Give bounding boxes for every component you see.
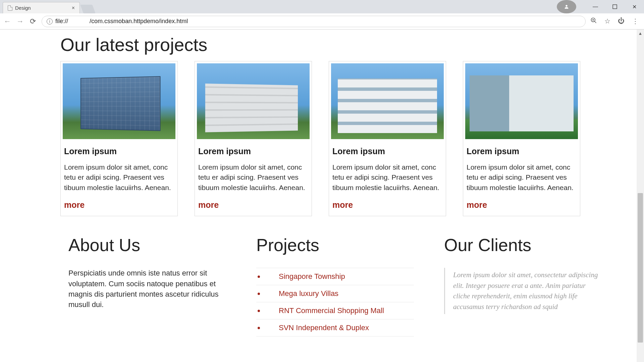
project-image <box>465 63 578 139</box>
new-tab-button[interactable] <box>80 5 95 13</box>
svg-line-3 <box>595 21 596 23</box>
project-card-body: Lorem ipsum dolor sit amet, conc tetu er… <box>64 162 175 193</box>
project-more-link[interactable]: more <box>332 200 353 210</box>
project-card-body: Lorem ipsum dolor sit amet, conc tetu er… <box>198 162 309 193</box>
lower-columns: About Us Perspiciatis unde omnis iste na… <box>68 235 637 337</box>
project-image <box>63 63 175 139</box>
scroll-track[interactable] <box>637 37 644 362</box>
project-more-link[interactable]: more <box>467 200 487 210</box>
kebab-menu-icon[interactable]: ⋮ <box>632 17 639 25</box>
about-column: About Us Perspiciatis unde omnis iste na… <box>68 235 226 337</box>
toolbar-icons: ☆ ⏻ ⋮ <box>590 17 641 25</box>
project-more-link[interactable]: more <box>198 200 219 210</box>
project-card: Lorem ipsum Lorem ipsum dolor sit amet, … <box>329 61 446 216</box>
project-card: Lorem ipsum Lorem ipsum dolor sit amet, … <box>60 61 178 216</box>
project-card-title: Lorem ipsum <box>198 146 310 156</box>
about-body: Perspiciatis unde omnis iste natus error… <box>68 268 226 310</box>
scroll-thumb[interactable] <box>638 193 643 343</box>
project-cards: Lorem ipsum Lorem ipsum dolor sit amet, … <box>60 61 637 216</box>
svg-rect-1 <box>613 5 617 9</box>
project-image <box>197 63 310 139</box>
svg-point-0 <box>566 5 567 7</box>
projects-list: Singapore Township Mega luxury Villas RN… <box>256 268 414 337</box>
tab-title: Design <box>15 5 31 11</box>
projects-column: Projects Singapore Township Mega luxury … <box>256 235 414 337</box>
browser-toolbar: ← → ⟳ i file:// /com.cssmoban.httpdemo/i… <box>0 13 644 29</box>
projects-list-item[interactable]: Mega luxury Villas <box>256 285 414 302</box>
power-icon[interactable]: ⏻ <box>618 17 625 25</box>
projects-list-item[interactable]: Singapore Township <box>256 268 414 285</box>
project-card: Lorem ipsum Lorem ipsum dolor sit amet, … <box>463 61 580 216</box>
project-card-body: Lorem ipsum dolor sit amet, conc tetu er… <box>332 162 443 193</box>
url-prefix: file:// <box>55 18 68 25</box>
window-controls: — ✕ <box>557 0 644 13</box>
project-card-title: Lorem ipsum <box>467 146 578 156</box>
project-card-body: Lorem ipsum dolor sit amet, conc tetu er… <box>467 162 577 193</box>
user-icon[interactable] <box>557 0 576 13</box>
project-card-title: Lorem ipsum <box>64 146 175 156</box>
window-minimize-button[interactable]: — <box>586 0 605 13</box>
about-heading: About Us <box>68 235 226 255</box>
address-bar[interactable]: i file:// /com.cssmoban.httpdemo/index.h… <box>42 16 586 27</box>
reload-button[interactable]: ⟳ <box>29 17 37 26</box>
bookmark-star-icon[interactable]: ☆ <box>604 17 610 25</box>
page-viewport: Our latest projects Lorem ipsum Lorem ip… <box>0 29 637 362</box>
window-close-button[interactable]: ✕ <box>625 0 644 13</box>
projects-list-label: RNT Commercial Shopping Mall <box>279 306 384 315</box>
projects-list-item[interactable]: RNT Commercial Shopping Mall <box>256 302 414 319</box>
projects-list-label: Singapore Township <box>279 272 345 281</box>
clients-column: Our Clients Lorem ipsum dolor sit amet, … <box>444 235 598 337</box>
zoom-icon[interactable] <box>590 17 597 25</box>
back-button[interactable]: ← <box>3 17 11 26</box>
project-image <box>331 63 444 139</box>
projects-list-label: SVN Independent & Duplex <box>279 323 369 332</box>
tab-strip: Design × — ✕ <box>0 0 644 13</box>
tab-close-icon[interactable]: × <box>72 5 75 11</box>
site-info-icon[interactable]: i <box>47 18 53 24</box>
latest-projects-heading: Our latest projects <box>60 34 637 55</box>
vertical-scrollbar[interactable]: ▲ <box>637 29 644 362</box>
browser-chrome: Design × — ✕ ← → ⟳ i file:// /com.cssmob… <box>0 0 644 29</box>
window-maximize-button[interactable] <box>605 0 625 13</box>
browser-tab[interactable]: Design × <box>3 2 80 13</box>
url-path: /com.cssmoban.httpdemo/index.html <box>90 18 188 25</box>
projects-list-item[interactable]: SVN Independent & Duplex <box>256 319 414 337</box>
projects-heading: Projects <box>256 235 414 255</box>
scroll-up-icon[interactable]: ▲ <box>637 29 644 37</box>
clients-heading: Our Clients <box>444 235 598 255</box>
forward-button[interactable]: → <box>16 17 24 26</box>
project-card-title: Lorem ipsum <box>332 146 444 156</box>
file-icon <box>8 5 12 11</box>
project-more-link[interactable]: more <box>64 200 85 210</box>
project-card: Lorem ipsum Lorem ipsum dolor sit amet, … <box>195 61 312 216</box>
projects-list-label: Mega luxury Villas <box>279 289 338 298</box>
clients-quote: Lorem ipsum dolor sit amet, consectetur … <box>444 268 598 314</box>
